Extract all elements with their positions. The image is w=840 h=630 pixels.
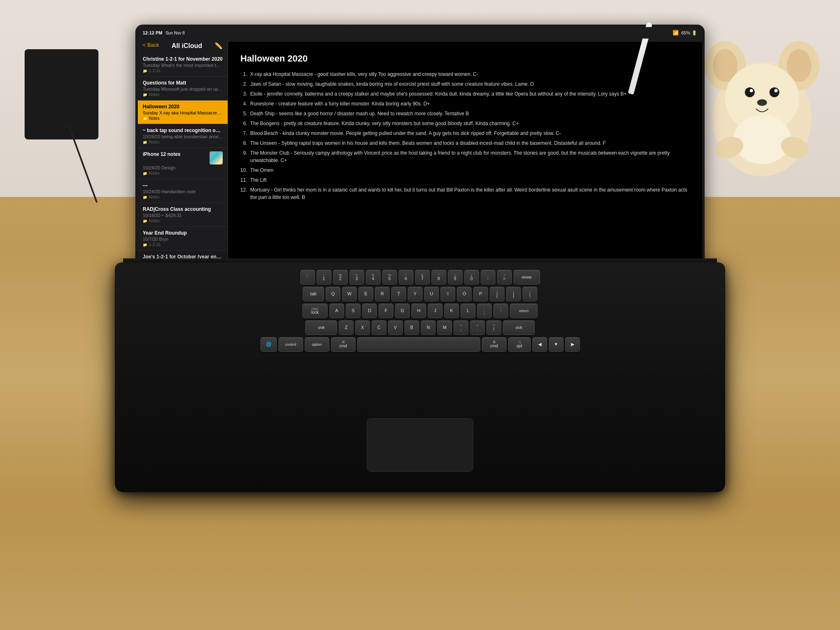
keyboard-key[interactable]: L — [461, 304, 475, 318]
note-item-meta: 📁1-2-1s — [143, 68, 223, 73]
back-button[interactable]: < Back — [143, 42, 159, 48]
note-list-item-5: Death Ship - seems like a good horror / … — [249, 110, 690, 117]
note-item-meta: 📁Notes — [143, 171, 223, 176]
keyboard-key[interactable]: $4 — [366, 270, 381, 285]
note-item-preview: 10/24/20 Handwritten note — [143, 189, 223, 194]
keyboard-key[interactable]: &7 — [415, 270, 430, 285]
keyboard-key[interactable]: C — [372, 320, 386, 335]
speaker — [25, 49, 98, 139]
keyboard-key[interactable]: :; — [477, 304, 492, 318]
keyboard-key[interactable]: K — [444, 304, 459, 318]
note-list-item[interactable]: —10/24/20 Handwritten note📁Notes — [138, 179, 228, 203]
keyboard-key[interactable]: ^6 — [399, 270, 413, 285]
note-list-item[interactable]: RAD|Cross Class accounting10/16/20 + $42… — [138, 203, 228, 227]
keyboard-key[interactable]: T — [391, 287, 406, 301]
keyboard-key[interactable]: {[ — [490, 287, 504, 301]
keyboard-key[interactable]: U — [424, 287, 439, 301]
folder-icon: 📁 — [143, 116, 147, 121]
note-list-item[interactable]: Year End Roundup10/7/20 Bryn📁1-2-1s — [138, 227, 228, 251]
keyboard-key[interactable]: ~` — [300, 270, 315, 285]
note-item-meta: 📁Notes — [143, 116, 223, 121]
note-item-title: Christine 1-2-1 for November 2020 — [143, 56, 223, 62]
note-body: Halloween 2020 X-ray aka Hospital Massac… — [240, 53, 690, 201]
keyboard-key[interactable]: P — [473, 287, 488, 301]
keyboard-key[interactable]: @2 — [333, 270, 348, 285]
keyboard-key[interactable]: >. — [470, 320, 485, 335]
keyboard-key[interactable]: shift — [305, 320, 337, 335]
keyboard-key[interactable]: "' — [493, 304, 508, 318]
keyboard-key[interactable]: !1 — [317, 270, 331, 285]
keyboard-keys[interactable]: ~`!1@2#3$4%5^6&7*8(9)0_-+=deletetabQWERT… — [123, 270, 717, 354]
note-list-item[interactable]: Questions for MattTuesday Microsoft just… — [138, 77, 228, 100]
keyboard-key[interactable]: |\ — [523, 287, 537, 301]
keyboard-key[interactable]: control — [278, 337, 303, 352]
keyboard-key[interactable]: W — [342, 287, 357, 301]
keyboard-key[interactable]: ▶ — [565, 337, 580, 352]
keyboard-key[interactable]: H — [411, 304, 426, 318]
keyboard-key[interactable]: option — [305, 337, 329, 352]
keyboard-key[interactable]: M — [437, 320, 452, 335]
keyboard-key[interactable]: V — [388, 320, 403, 335]
note-list-item-4: Runestone - creature feature with a furr… — [249, 100, 690, 107]
keyboard-key[interactable]: G — [395, 304, 410, 318]
magic-keyboard: ~`!1@2#3$4%5^6&7*8(9)0_-+=deletetabQWERT… — [115, 262, 725, 492]
folder-name: 1-2-1s — [149, 68, 160, 73]
note-list-item[interactable]: Halloween 2020Sunday X-ray aka Hospital … — [138, 100, 228, 124]
trackpad[interactable] — [367, 418, 473, 472]
keyboard-key[interactable]: (9 — [448, 270, 463, 285]
notes-list: Christine 1-2-1 for November 2020Tuesday… — [138, 53, 228, 265]
note-item-title: Year End Roundup — [143, 230, 187, 236]
keyboard-key[interactable]: }] — [506, 287, 521, 301]
keyboard-key[interactable]: %5 — [382, 270, 397, 285]
wifi-icon: 📶 — [673, 30, 679, 36]
compose-icon[interactable]: ✏️ — [215, 42, 223, 50]
keyboard-key[interactable]: tab — [303, 287, 324, 301]
keyboard-key[interactable]: ?/ — [486, 320, 501, 335]
keyboard-key[interactable]: O — [457, 287, 472, 301]
note-list-item[interactable]: Christine 1-2-1 for November 2020Tuesday… — [138, 53, 228, 77]
keyboard-key[interactable]: E — [358, 287, 373, 301]
keyboard-key[interactable]: Y — [408, 287, 422, 301]
keyboard-key[interactable]: ▼ — [549, 337, 564, 352]
keyboard-key[interactable]: capslock — [302, 304, 328, 318]
keyboard-key[interactable]: Z — [339, 320, 354, 335]
folder-name: Notes — [149, 195, 160, 199]
keyboard-key[interactable]: += — [497, 270, 512, 285]
note-item-title: Halloween 2020 — [143, 104, 179, 110]
note-item-preview: 10/7/20 Bryn — [143, 237, 223, 242]
keyboard-key[interactable]: <, — [454, 320, 468, 335]
folder-icon: 📁 — [143, 69, 147, 73]
keyboard-key[interactable]: )0 — [464, 270, 479, 285]
keyboard-key[interactable]: ◀ — [532, 337, 547, 352]
note-content-area[interactable]: ⤡ 🔔 ✓ 📷 🅐 😊 ✏️ Halloween 2020 X-ray aka … — [228, 27, 702, 276]
note-list-item[interactable]: ~ back tap sound recognition on scr...10… — [138, 124, 228, 148]
keyboard-key[interactable]: 🌐 — [260, 337, 277, 352]
keyboard-key[interactable]: I — [441, 287, 455, 301]
note-item-preview: Sunday X-ray aka Hospital Massacre - g..… — [143, 110, 223, 115]
keyboard-key[interactable]: J — [428, 304, 443, 318]
keyboard-key[interactable] — [357, 337, 480, 352]
keyboard-key[interactable]: N — [421, 320, 436, 335]
keyboard-key[interactable]: D — [362, 304, 377, 318]
keyboard-key[interactable]: delete — [514, 270, 540, 285]
keyboard-key[interactable]: #3 — [349, 270, 364, 285]
keyboard-key[interactable]: B — [404, 320, 419, 335]
keyboard-key[interactable]: shift — [503, 320, 535, 335]
keyboard-key[interactable]: Q — [326, 287, 340, 301]
keyboard-key[interactable]: A — [329, 304, 344, 318]
keyboard-key[interactable]: ⌘cmd — [482, 337, 507, 352]
svg-point-9 — [774, 89, 778, 92]
key-row-4: 🌐controloption⌘cmd ⌘cmd⌥opt◀▼▶ — [123, 337, 717, 352]
keyboard-key[interactable]: S — [346, 304, 361, 318]
keyboard-key[interactable]: X — [355, 320, 370, 335]
keyboard-key[interactable]: return — [510, 304, 538, 318]
keyboard-key[interactable]: ⌥opt — [508, 337, 531, 352]
keyboard-key[interactable]: F — [379, 304, 393, 318]
note-list-item[interactable]: iPhone 12 notes10/24/20 Design📁Notes — [138, 148, 228, 179]
folder-icon: 📁 — [143, 195, 147, 199]
keyboard-key[interactable]: R — [375, 287, 390, 301]
keyboard-key[interactable]: _- — [481, 270, 495, 285]
keyboard-key[interactable]: ⌘cmd — [331, 337, 356, 352]
keyboard-key[interactable]: *8 — [431, 270, 446, 285]
note-item-title: iPhone 12 notes — [143, 151, 180, 157]
